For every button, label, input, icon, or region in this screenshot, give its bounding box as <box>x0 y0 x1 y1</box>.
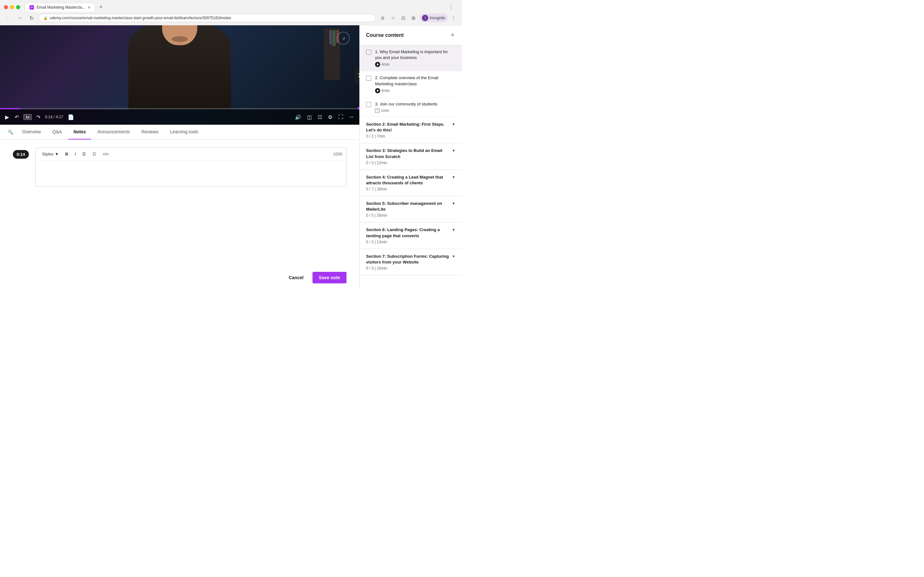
subtitles-button[interactable]: ◫ <box>306 113 313 121</box>
section-title-6: Section 6: Landing Pages: Creating a lan… <box>366 227 449 239</box>
minimize-window-button[interactable] <box>10 5 14 9</box>
speed-selector[interactable]: 1x <box>23 114 32 120</box>
course-content-sidebar: Course content × 1. Why Email Marketing … <box>359 25 462 288</box>
time-display: 0:14 / 4:17 <box>45 115 63 119</box>
search-button[interactable]: 🔍 <box>5 126 16 139</box>
sidebar-toggle-button[interactable]: ❯ <box>354 67 359 83</box>
italic-button[interactable]: I <box>72 150 79 158</box>
close-window-button[interactable] <box>4 5 8 9</box>
section-meta-4: 0 / 7 | 28min <box>366 187 456 191</box>
styles-dropdown[interactable]: Styles ▼ <box>39 150 61 158</box>
chevron-down-icon-6: ▼ <box>452 227 456 232</box>
browser-menu-button[interactable]: ⊡ <box>399 13 408 23</box>
section-header-5[interactable]: Section 5: Subscriber management on Mail… <box>360 196 462 222</box>
section-title-7: Section 7: Subscription Forms: Capturing… <box>366 253 449 265</box>
tab-favicon: U <box>29 5 34 10</box>
tabs-bar: 🔍 Overview Q&A Notes Announcements Revie… <box>0 125 359 140</box>
tab-bar: U Email Marketing Mastercla... × + <box>25 3 444 11</box>
note-timestamp[interactable]: 0:14 <box>13 150 29 159</box>
tab-announcements[interactable]: Announcements <box>92 125 135 139</box>
chevron-down-icon-3: ▼ <box>452 148 456 153</box>
course-item-2[interactable]: 2. Complete overview of the Email Market… <box>360 71 462 97</box>
more-options-button[interactable]: ⋮ <box>449 13 458 23</box>
bold-button[interactable]: B <box>63 150 71 158</box>
course-item-meta-2: 6min <box>375 88 456 93</box>
note-editor-box: Styles ▼ B I ☰ ☷ </> 1000 <box>35 147 347 187</box>
address-bar[interactable]: 🔒 udemy.com/course/email-marketing-maste… <box>39 14 376 22</box>
play-button[interactable]: ▶ <box>4 113 10 121</box>
transcript-button[interactable]: ☷ <box>317 113 323 121</box>
ordered-list-button[interactable]: ☰ <box>79 150 89 158</box>
toolbar-actions: ⊘ ☆ ⊡ ⊞ I Incognito ⋮ <box>378 13 458 23</box>
section-header-6[interactable]: Section 6: Landing Pages: Creating a lan… <box>360 222 462 249</box>
notes-area: 0:14 Styles ▼ B I ☰ ☷ </> 1000 <box>0 140 359 267</box>
tab-reviews[interactable]: Reviews <box>136 125 164 139</box>
notes-button[interactable]: 📄 <box>66 113 75 121</box>
forward-button[interactable]: ↷ <box>35 113 42 121</box>
unordered-list-button[interactable]: ☷ <box>90 150 99 158</box>
sidebar-content: 1. Why Email Marketing is important for … <box>360 45 462 288</box>
code-button[interactable]: </> <box>100 150 111 158</box>
section-meta-7: 0 / 3 | 15min <box>366 266 456 271</box>
main-area: ə ▶ ↶ 1x ↷ 0:14 / 4:17 📄 <box>0 25 359 288</box>
profile-label: Incognito <box>430 16 445 20</box>
tab-notes[interactable]: Notes <box>68 125 91 139</box>
chevron-down-icon-5: ▼ <box>452 201 456 206</box>
profile-button[interactable]: I Incognito <box>419 13 448 23</box>
reload-button[interactable]: ↻ <box>27 13 36 23</box>
tab-title: Email Marketing Mastercla... <box>37 5 85 10</box>
traffic-lights <box>4 5 20 9</box>
tab-overview[interactable]: Overview <box>17 125 46 139</box>
char-count: 1000 <box>333 152 342 156</box>
tab-qa[interactable]: Q&A <box>47 125 67 139</box>
section-header-4[interactable]: Section 4: Creating a Lead Magnet that a… <box>360 170 462 196</box>
tab-learning-tools[interactable]: Learning tools <box>165 125 204 139</box>
theater-mode-button[interactable]: ↔ <box>348 113 355 121</box>
fullscreen-button[interactable]: ⛶ <box>337 113 344 121</box>
save-note-button[interactable]: Save note <box>312 272 347 284</box>
course-checkbox-3[interactable] <box>366 102 371 107</box>
back-button[interactable]: ← <box>4 13 13 23</box>
bookmark-button[interactable]: ☆ <box>389 13 397 23</box>
book-2 <box>333 30 336 46</box>
play-icon-1 <box>375 62 380 67</box>
course-checkbox-1[interactable] <box>366 50 371 55</box>
rewind-button[interactable]: ↶ <box>13 113 20 121</box>
section-meta-2: 0 / 2 | 7min <box>366 134 456 139</box>
section-meta-5: 0 / 5 | 26min <box>366 213 456 218</box>
extension-button[interactable]: ⊞ <box>409 13 418 23</box>
section-meta-6: 0 / 3 | 13min <box>366 240 456 244</box>
course-checkbox-2[interactable] <box>366 76 371 81</box>
browser-chrome: U Email Marketing Mastercla... × + ⋮ ← →… <box>0 0 462 25</box>
settings-button[interactable]: ⚙ <box>326 113 334 121</box>
chevron-down-icon-7: ▼ <box>452 254 456 259</box>
note-text-input[interactable] <box>36 161 346 186</box>
active-tab[interactable]: U Email Marketing Mastercla... × <box>25 3 95 11</box>
course-item-3[interactable]: 3. Join our community of students ☷ 1min <box>360 97 462 117</box>
browser-toolbar: ← → ↻ 🔒 udemy.com/course/email-marketing… <box>0 11 462 25</box>
doc-icon-3: ☷ <box>375 108 380 113</box>
video-watermark: ə <box>337 32 350 45</box>
volume-button[interactable]: 🔊 <box>294 113 302 121</box>
new-tab-button[interactable]: + <box>97 3 105 11</box>
section-header-3[interactable]: Section 3: Strategies to Build an Email … <box>360 143 462 169</box>
video-player[interactable]: ə ▶ ↶ 1x ↷ 0:14 / 4:17 📄 <box>0 25 359 125</box>
section-header-7[interactable]: Section 7: Subscription Forms: Capturing… <box>360 249 462 276</box>
cancel-button[interactable]: Cancel <box>284 272 309 284</box>
no-camera-icon[interactable]: ⊘ <box>378 13 387 23</box>
lock-icon: 🔒 <box>43 16 48 20</box>
section-title-5: Section 5: Subscriber management on Mail… <box>366 201 449 212</box>
section-header-2[interactable]: Section 2: Email Marketing: First Steps.… <box>360 117 462 143</box>
forward-button[interactable]: → <box>15 13 24 23</box>
chevron-down-icon-4: ▼ <box>452 175 456 179</box>
course-item-1[interactable]: 1. Why Email Marketing is important for … <box>360 45 462 71</box>
app-body: ə ▶ ↶ 1x ↷ 0:14 / 4:17 📄 <box>0 25 462 288</box>
tab-close-button[interactable]: × <box>87 5 90 10</box>
note-editor-row: 0:14 Styles ▼ B I ☰ ☷ </> 1000 <box>13 147 347 187</box>
sidebar-close-button[interactable]: × <box>449 31 456 40</box>
course-item-title-1: 1. Why Email Marketing is important for … <box>375 49 456 61</box>
maximize-window-button[interactable] <box>16 5 20 9</box>
course-item-title-3: 3. Join our community of students <box>375 101 456 107</box>
video-controls: ▶ ↶ 1x ↷ 0:14 / 4:17 📄 🔊 ◫ ☷ ⚙ ⛶ ↔ <box>0 109 359 125</box>
window-controls-button[interactable]: ⋮ <box>447 3 456 11</box>
